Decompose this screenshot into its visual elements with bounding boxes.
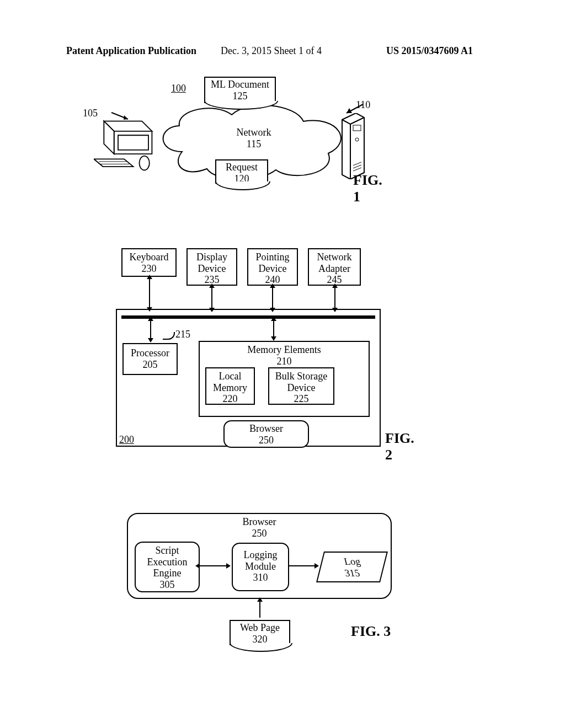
request-box: Request 120 — [215, 159, 268, 184]
memory-elements-box: Memory Elements 210 Local Memory 220 Bul… — [199, 341, 370, 417]
connector-processor — [150, 320, 151, 339]
arrow-webpage-logging — [259, 601, 260, 618]
memory-elements-label: Memory Elements — [247, 344, 321, 355]
script-engine-label: Script Execution Engine — [147, 545, 188, 579]
browser-box: Browser 250 — [223, 420, 309, 448]
local-memory-box: Local Memory 220 — [205, 367, 255, 405]
browser-container-label: Browser — [243, 516, 276, 527]
bulk-storage-label: Bulk Storage Device — [275, 371, 328, 393]
header-left: Patent Application Publication — [66, 45, 196, 57]
network-adapter-box: Network Adapter 245 — [308, 248, 361, 286]
connector-memory — [273, 320, 274, 338]
fig1-title: FIG. 1 — [353, 172, 392, 205]
keyboard-box: Keyboard 230 — [121, 248, 177, 277]
display-device-box: Display Device 235 — [186, 248, 237, 286]
client-computer-icon — [94, 119, 154, 174]
figure-3: Browser 250 Script Execution Engine 305 … — [127, 513, 397, 656]
arrow-105 — [110, 111, 132, 121]
connector-pointing — [272, 287, 273, 309]
browser-number: 250 — [259, 435, 274, 446]
bulk-storage-box: Bulk Storage Device 225 — [268, 367, 334, 405]
connector-keyboard — [149, 278, 150, 308]
webpage-label: Web Page — [240, 622, 280, 633]
processor-number: 205 — [143, 359, 158, 370]
ref-215: 215 — [175, 329, 190, 340]
ref-105: 105 — [83, 108, 98, 119]
log-number: 315 — [343, 568, 361, 579]
bulk-storage-number: 225 — [294, 393, 309, 404]
system-bus — [121, 315, 375, 319]
pointing-device-box: Pointing Device 240 — [247, 248, 298, 286]
arrow-script-logging — [200, 565, 226, 566]
network-adapter-label: Network Adapter — [317, 251, 352, 274]
logging-module-number: 310 — [253, 572, 268, 583]
processor-label: Processor — [131, 347, 169, 358]
local-memory-label: Local Memory — [213, 371, 247, 393]
processor-box: Processor 205 — [122, 343, 178, 375]
figure-2: Keyboard 230 Display Device 235 Pointing… — [116, 248, 386, 447]
svg-rect-12 — [353, 125, 361, 131]
log-label: Log — [343, 556, 361, 568]
header-right: US 2015/0347609 A1 — [386, 45, 473, 57]
webpage-number: 320 — [253, 634, 268, 645]
keyboard-label: Keyboard — [130, 251, 169, 263]
display-label: Display Device — [196, 251, 227, 274]
webpage-box: Web Page 320 — [230, 620, 290, 645]
ref-200: 200 — [119, 434, 134, 446]
log-shape: Log 315 — [316, 552, 388, 582]
connector-network-adapter — [334, 287, 335, 309]
ref-100: 100 — [171, 83, 186, 94]
svg-marker-3 — [118, 135, 148, 150]
arrow-logging-log — [289, 565, 315, 566]
ml-document-number: 125 — [233, 90, 248, 101]
script-engine-number: 305 — [160, 579, 175, 590]
ml-document-box: ML Document 125 — [204, 77, 276, 103]
ml-document-label: ML Document — [211, 79, 269, 90]
logging-module-label: Logging Module — [244, 549, 278, 572]
connector-display — [211, 287, 212, 309]
header-middle: Dec. 3, 2015 Sheet 1 of 4 — [221, 45, 322, 57]
fig2-title: FIG. 2 — [385, 430, 414, 463]
svg-marker-4 — [94, 159, 133, 167]
request-number: 120 — [234, 173, 249, 184]
logging-module-box: Logging Module 310 — [232, 543, 289, 591]
browser-container-number: 250 — [252, 528, 267, 539]
svg-marker-9 — [124, 115, 128, 120]
pointing-label: Pointing Device — [255, 251, 289, 274]
figure-1: 100 Network 115 105 — [116, 77, 392, 199]
fig3-title: FIG. 3 — [351, 623, 391, 640]
browser-label: Browser — [249, 423, 283, 434]
local-memory-number: 220 — [223, 393, 238, 404]
arrow-110 — [342, 103, 364, 115]
script-execution-engine-box: Script Execution Engine 305 — [135, 542, 200, 592]
svg-point-7 — [139, 156, 149, 170]
network-number: 115 — [247, 138, 261, 149]
browser-container: Browser 250 Script Execution Engine 305 … — [127, 513, 392, 599]
keyboard-number: 230 — [142, 263, 157, 274]
network-label: Network — [237, 127, 271, 138]
request-label: Request — [226, 162, 258, 173]
server-icon — [339, 113, 367, 179]
memory-elements-number: 210 — [277, 356, 292, 367]
